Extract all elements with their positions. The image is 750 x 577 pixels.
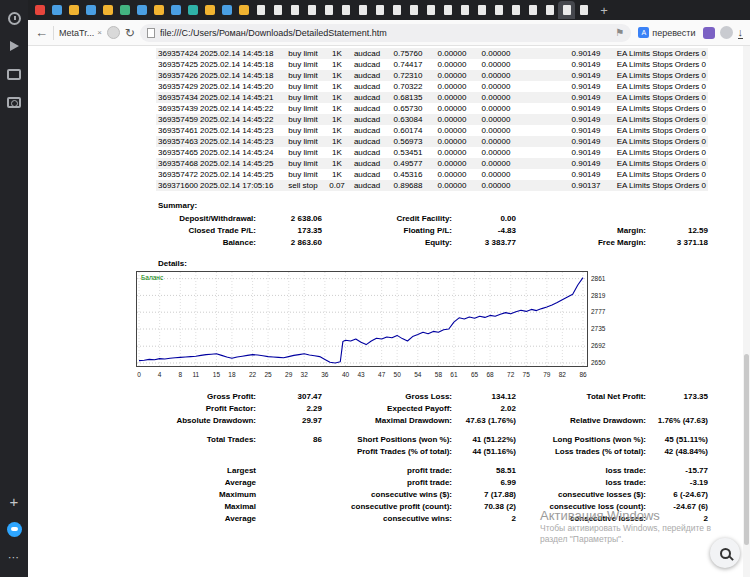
stat-value: 70.38 (2) (452, 501, 516, 513)
cell-tp: 0.00000 (474, 169, 518, 180)
browser-tab[interactable] (439, 1, 456, 19)
cell-price: 0.68135 (386, 92, 430, 103)
stat-label: Profit Factor: (156, 403, 256, 415)
browser-tab[interactable] (235, 1, 252, 19)
stat-value: 2.02 (452, 403, 516, 415)
browser-tab[interactable] (371, 1, 388, 19)
stat-value: 2 863.60 (256, 237, 322, 249)
page-icon (147, 28, 155, 38)
cell-comment: EA Limits Stops Orders 0 (608, 125, 708, 136)
browser-tab[interactable] (541, 1, 558, 19)
profile-icon[interactable] (107, 26, 120, 39)
stat-label: loss trade: (516, 477, 646, 489)
extensions-icon[interactable] (703, 27, 715, 39)
sidebar-add-button[interactable]: + (3, 490, 25, 512)
cell-sl: 0.00000 (430, 103, 474, 114)
svg-text:75: 75 (523, 371, 531, 378)
chart-favicon (205, 5, 215, 15)
cell-gap (518, 59, 564, 70)
translate-button[interactable]: А перевести (636, 27, 697, 38)
stat-value: 0.00 (452, 213, 516, 225)
browser-tab[interactable] (286, 1, 303, 19)
cell-type: buy limit (280, 169, 326, 180)
history-icon[interactable] (3, 7, 25, 29)
stat-row: Absolute Drawdown:29.97Maximal Drawdown:… (156, 415, 708, 427)
stat-label: Total Trades: (156, 434, 256, 446)
browser-tab[interactable] (48, 1, 65, 19)
camera-icon[interactable] (3, 91, 25, 113)
downloads-icon[interactable]: ↓ (738, 27, 744, 39)
cell-size: 1K (326, 169, 348, 180)
cell-ticket: 369357465 (156, 147, 200, 158)
stat-label: Expected Payoff: (322, 403, 452, 415)
document-favicon (478, 5, 486, 15)
stat-label: Short Positions (won %): (322, 434, 452, 446)
cell-comment: EA Limits Stops Orders 0 (608, 59, 708, 70)
current-tab-chip[interactable]: MetaTr... × (59, 28, 102, 38)
url-text[interactable]: file:///C:/Users/Роман/Downloads/Detaile… (160, 28, 610, 38)
browser-tab[interactable] (269, 1, 286, 19)
stat-row: Total Trades:86Short Positions (won %):4… (156, 434, 708, 446)
browser-tab[interactable] (575, 1, 592, 19)
scrollbar-thumb[interactable] (744, 354, 749, 545)
back-button[interactable]: ← (35, 25, 48, 40)
svg-text:65: 65 (471, 371, 479, 378)
close-tab-icon[interactable]: × (97, 28, 102, 37)
browser-tab[interactable] (133, 1, 150, 19)
browser-tab[interactable] (320, 1, 337, 19)
browser-tab[interactable] (218, 1, 235, 19)
avatar-icon[interactable] (720, 26, 733, 39)
trade-row: 3693574242025.02.14 14:45:18buy limit1Ka… (156, 48, 708, 59)
browser-tab[interactable] (116, 1, 133, 19)
sidebar-more-button[interactable]: ⋯ (3, 546, 25, 568)
cell-ticket: 369357468 (156, 158, 200, 169)
svg-text:11: 11 (192, 371, 199, 378)
browser-tab[interactable] (422, 1, 439, 19)
svg-text:50: 50 (394, 371, 402, 378)
browser-tab[interactable] (524, 1, 541, 19)
messenger-button[interactable] (3, 518, 25, 540)
browser-tab[interactable] (201, 1, 218, 19)
stat-value: 44 (51.16%) (452, 446, 516, 458)
new-tab-button[interactable]: + (596, 4, 612, 17)
zoom-button[interactable] (710, 538, 740, 568)
browser-tab[interactable] (167, 1, 184, 19)
browser-tab[interactable] (65, 1, 82, 19)
browser-tab[interactable] (184, 1, 201, 19)
bookmark-icon[interactable]: ⚑ (615, 27, 624, 38)
browser-tab[interactable] (337, 1, 354, 19)
browser-tab[interactable] (405, 1, 422, 19)
scrollbar[interactable] (743, 46, 750, 577)
cell-type: buy limit (280, 48, 326, 59)
cell-sl: 0.00000 (430, 169, 474, 180)
svg-text:54: 54 (414, 371, 422, 378)
trade-row: 3693574252025.02.14 14:45:18buy limit1Ka… (156, 59, 708, 70)
browser-tab[interactable] (507, 1, 524, 19)
browser-tab[interactable] (252, 1, 269, 19)
browser-tab[interactable] (388, 1, 405, 19)
browser-tab[interactable] (490, 1, 507, 19)
cell-gap (518, 70, 564, 81)
cell-price2: 0.90149 (564, 48, 608, 59)
browser-tab[interactable] (82, 1, 99, 19)
cell-comment: EA Limits Stops Orders 0 (608, 136, 708, 147)
stat-value: 12.59 (646, 225, 708, 237)
screen-capture-icon[interactable] (3, 63, 25, 85)
browser-tab[interactable] (31, 1, 48, 19)
media-play-icon[interactable] (3, 35, 25, 57)
browser-tab[interactable] (354, 1, 371, 19)
document-favicon (461, 5, 469, 15)
browser-tab[interactable] (473, 1, 490, 19)
browser-tab[interactable] (456, 1, 473, 19)
browser-tab[interactable] (150, 1, 167, 19)
address-bar[interactable]: file:///C:/Users/Роман/Downloads/Detaile… (140, 24, 631, 42)
refresh-button[interactable]: ↻ (125, 26, 135, 40)
cell-ticket: 369357425 (156, 59, 200, 70)
cell-sl: 0.00000 (430, 59, 474, 70)
browser-tab-active[interactable] (558, 1, 575, 19)
browser-tab[interactable] (99, 1, 116, 19)
browser-tab[interactable] (303, 1, 320, 19)
cell-size: 1K (326, 92, 348, 103)
svg-text:86: 86 (579, 371, 587, 378)
detailed-statement-report: 3693574242025.02.14 14:45:18buy limit1Ka… (156, 46, 708, 525)
